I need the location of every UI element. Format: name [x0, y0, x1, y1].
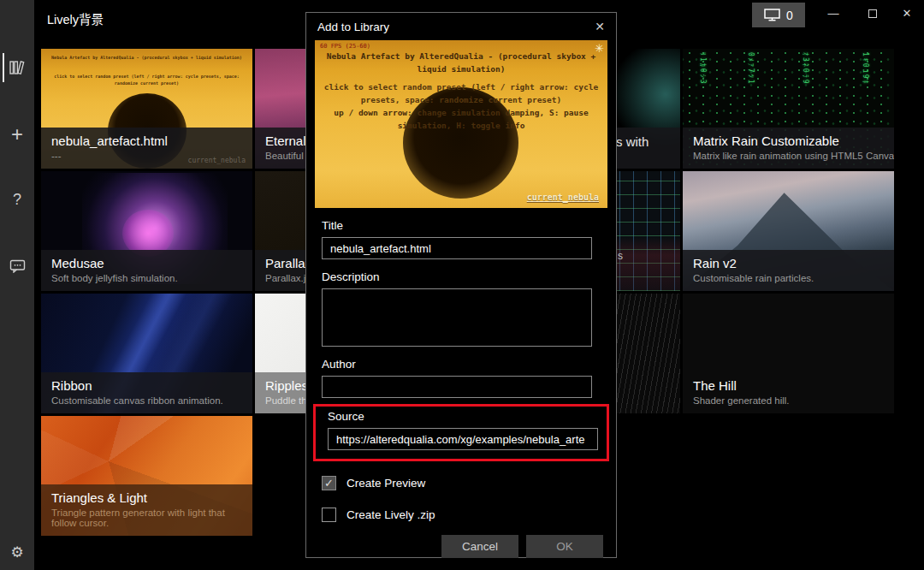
tile-title: Matrix Rain Customizable	[693, 134, 884, 148]
tile-matrix-rain[interactable]: ﾘ1ｶ0ｼ3 0ﾒｱ7ﾂ1 ｵ3ﾈ0ﾗ9 1ｷ0ﾕ9ﾎ Matrix Rain …	[683, 49, 894, 169]
books-glyph	[9, 60, 26, 75]
tile-watermark: current_nebula	[188, 157, 246, 164]
dialog-buttons: Cancel OK	[306, 535, 603, 558]
monitor-icon	[764, 9, 780, 21]
tile-title: Ribbon	[51, 378, 242, 393]
tile-caption: Rain v2 Customisable rain particles.	[683, 250, 894, 291]
tile-title: Medusae	[51, 256, 242, 270]
tile-mini-text: click to select random preset (left / ri…	[44, 73, 249, 86]
help-icon[interactable]: ?	[0, 185, 34, 214]
ok-button[interactable]: OK	[526, 535, 603, 558]
tile-title: The Hill	[693, 378, 884, 393]
create-zip-label: Create Lively .zip	[346, 508, 435, 521]
matrix-glyph-column: 0ﾒｱ7ﾂ1	[746, 52, 755, 85]
description-input[interactable]	[322, 288, 592, 347]
tile-the-hill[interactable]: The Hill Shader generated hill.	[683, 294, 894, 413]
settings-gear-icon[interactable]: ⚙	[0, 537, 34, 567]
create-zip-checkbox-row[interactable]: Create Lively .zip	[322, 508, 616, 522]
wallpaper-preview: 60 FPS (25-60) ✳ Nebula Artefact by Alte…	[315, 40, 607, 208]
fps-counter: 60 FPS (25-60)	[320, 43, 370, 50]
tile-caption: Medusae Soft body jellyfish simulation.	[41, 250, 252, 291]
title-input[interactable]	[322, 237, 592, 259]
create-preview-label: Create Preview	[346, 477, 425, 490]
close-window-button[interactable]: ✕	[888, 0, 924, 27]
tile-title: nebula_artefact.html	[51, 134, 242, 148]
preview-heading: Nebula Artefact by AlteredQualia - (proc…	[320, 50, 602, 75]
sidebar: + ? ⚙	[0, 0, 34, 570]
tile-title-fragment: s with	[616, 134, 649, 149]
source-input[interactable]	[328, 428, 598, 450]
title-label: Title	[322, 219, 616, 232]
preview-overlay-text: Nebula Artefact by AlteredQualia - (proc…	[320, 50, 602, 132]
add-wallpaper-icon[interactable]: +	[0, 120, 34, 149]
tile-caption: Triangles & Light Triangle pattern gener…	[41, 484, 252, 536]
source-label: Source	[328, 410, 601, 423]
dialog-close-icon[interactable]: ✕	[595, 20, 605, 33]
tile-subtitle: Triangle pattern generator with light th…	[51, 508, 240, 528]
tile-nebula-artefact[interactable]: Nebula Artefact by AlteredQualia - (proc…	[41, 49, 252, 169]
preview-watermark: current_nebula	[527, 193, 599, 202]
tile-subtitle: Matrix like rain animation using HTML5 C…	[693, 151, 884, 161]
checkbox-checked-icon[interactable]: ✓	[322, 476, 336, 490]
checkbox-unchecked-icon[interactable]	[322, 508, 336, 522]
tile-triangles-light[interactable]: Triangles & Light Triangle pattern gener…	[41, 416, 252, 536]
matrix-glyph-column: 1ｷ0ﾕ9ﾎ	[861, 52, 870, 85]
tile-subtitle: Shader generated hill.	[693, 395, 884, 406]
tile-title: Triangles & Light	[51, 490, 242, 505]
tile-caption: Matrix Rain Customizable Matrix like rai…	[683, 128, 894, 169]
description-label: Description	[322, 270, 616, 283]
tile-title-fragment: s	[618, 250, 623, 262]
tile-medusae[interactable]: Medusae Soft body jellyfish simulation.	[41, 171, 252, 291]
dialog-title: Add to Library	[317, 21, 389, 33]
add-to-library-dialog: Add to Library ✕ 60 FPS (25-60) ✳ Nebula…	[305, 12, 617, 558]
matrix-glyph-column: ﾘ1ｶ0ｼ3	[698, 52, 708, 85]
create-preview-checkbox-row[interactable]: ✓ Create Preview	[322, 476, 616, 490]
cancel-button[interactable]: Cancel	[441, 535, 518, 558]
tile-caption: Ribbon Customisable canvas ribbon animat…	[41, 372, 252, 413]
tile-mini-text: Nebula Artefact by AlteredQualia - (proc…	[44, 54, 249, 61]
maximize-icon	[868, 9, 877, 18]
minimize-button[interactable]: —	[814, 0, 852, 27]
preview-controls-line: click to select random preset (left / ri…	[320, 81, 602, 106]
tile-subtitle: Customisable rain particles.	[693, 273, 884, 283]
author-input[interactable]	[322, 376, 592, 398]
tile-subtitle: Soft body jellyfish simulation.	[51, 273, 242, 283]
library-icon[interactable]	[0, 53, 34, 82]
source-highlight-box: Source	[313, 404, 609, 461]
tile-caption: The Hill Shader generated hill.	[683, 372, 894, 413]
page-title: Lively背景	[47, 9, 104, 27]
feedback-icon[interactable]	[0, 252, 34, 281]
tile-subtitle: Customisable canvas ribbon animation.	[51, 395, 242, 406]
display-select-button[interactable]: 0	[752, 3, 805, 27]
app-window: + ? ⚙ Lively背景 0 — ✕ Nebula Artefact by …	[0, 0, 924, 570]
tile-title: Rain v2	[693, 256, 884, 270]
tile-ribbon[interactable]: Ribbon Customisable canvas ribbon animat…	[41, 294, 252, 413]
tile-rain-v2[interactable]: Rain v2 Customisable rain particles.	[683, 171, 894, 291]
display-count: 0	[786, 9, 793, 22]
matrix-glyph-column: ｵ3ﾈ0ﾗ9	[801, 52, 810, 85]
author-label: Author	[322, 358, 616, 371]
maximize-button[interactable]	[854, 0, 891, 27]
preview-controls-line: up / down arrow: change simulation dampi…	[320, 107, 602, 132]
dialog-header: Add to Library ✕	[306, 13, 616, 39]
